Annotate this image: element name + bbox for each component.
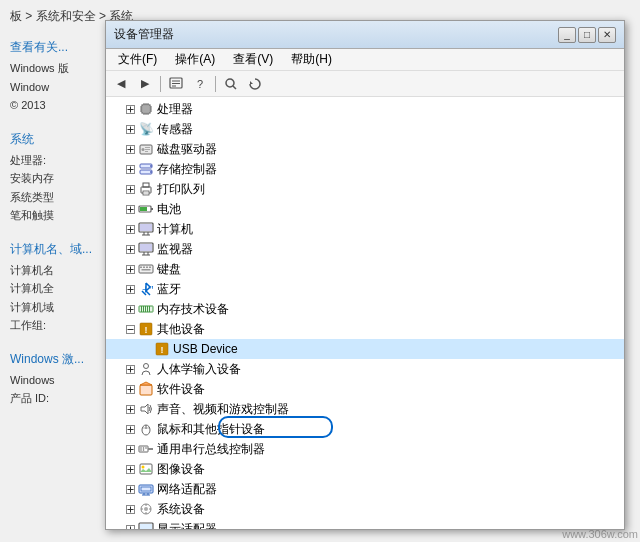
toolbar-separator-2: [215, 76, 216, 92]
tree-toggle[interactable]: [122, 141, 138, 157]
tree-item-disk[interactable]: 磁盘驱动器: [106, 139, 624, 159]
tree-label: 软件设备: [157, 381, 205, 398]
computer-icon: [138, 221, 154, 237]
tree-item-storage[interactable]: 存储控制器: [106, 159, 624, 179]
tree-item-bluetooth[interactable]: +" 蓝牙: [106, 279, 624, 299]
tree-item-other[interactable]: !其他设备: [106, 319, 624, 339]
svg-text:!: !: [145, 325, 148, 335]
menu-view[interactable]: 查看(V): [225, 49, 281, 70]
tree-item-serial[interactable]: 通用串行总线控制器: [106, 439, 624, 459]
svg-rect-121: [139, 446, 148, 452]
storage-icon: [138, 161, 154, 177]
svg-marker-111: [141, 404, 148, 414]
tree-toggle[interactable]: [122, 121, 138, 137]
svg-point-40: [150, 165, 152, 167]
menu-help[interactable]: 帮助(H): [283, 49, 340, 70]
menu-action[interactable]: 操作(A): [167, 49, 223, 70]
tree-toggle[interactable]: [122, 501, 138, 517]
tree-item-computer[interactable]: 计算机: [106, 219, 624, 239]
tree-toggle[interactable]: [122, 301, 138, 317]
close-button[interactable]: ✕: [598, 27, 616, 43]
tree-toggle[interactable]: [122, 321, 138, 337]
scan-button[interactable]: [220, 74, 242, 94]
toolbar: ◀ ▶ ?: [106, 71, 624, 97]
other-icon: !: [138, 321, 154, 337]
menu-file[interactable]: 文件(F): [110, 49, 165, 70]
tree-toggle[interactable]: [122, 261, 138, 277]
tree-item-cpu[interactable]: 处理器: [106, 99, 624, 119]
tree-item-keyboard[interactable]: 键盘: [106, 259, 624, 279]
svg-rect-154: [140, 524, 152, 529]
tree-toggle[interactable]: [122, 281, 138, 297]
soft-icon: [138, 381, 154, 397]
left-item-ram: 安装内存: [10, 170, 120, 187]
minimize-button[interactable]: _: [558, 27, 576, 43]
tree-item-human[interactable]: 人体学输入设备: [106, 359, 624, 379]
left-item-processor: 处理器:: [10, 152, 120, 169]
forward-button[interactable]: ▶: [134, 74, 156, 94]
tree-label: 网络适配器: [157, 481, 217, 498]
tree-item-monitor[interactable]: 监视器: [106, 239, 624, 259]
refresh-button[interactable]: [244, 74, 266, 94]
svg-point-132: [142, 466, 145, 469]
tree-toggle[interactable]: [122, 381, 138, 397]
tree-item-print[interactable]: 打印队列: [106, 179, 624, 199]
window-controls: _ □ ✕: [558, 27, 616, 43]
tree-label: 磁盘驱动器: [157, 141, 217, 158]
image-icon: [138, 461, 154, 477]
tree-toggle[interactable]: [122, 521, 138, 529]
svg-point-145: [144, 507, 148, 511]
tree-toggle[interactable]: [122, 461, 138, 477]
tree-item-memory[interactable]: 内存技术设备: [106, 299, 624, 319]
tree-item-battery[interactable]: 电池: [106, 199, 624, 219]
svg-point-124: [145, 447, 147, 449]
svg-rect-32: [145, 147, 150, 148]
tree-item-soft[interactable]: 软件设备: [106, 379, 624, 399]
left-section4: Windows 激...: [10, 350, 120, 368]
left-item-compdomain: 计算机域: [10, 299, 120, 316]
tree-toggle[interactable]: [122, 201, 138, 217]
svg-rect-75: [140, 267, 142, 269]
tree-label: 打印队列: [157, 181, 205, 198]
maximize-button[interactable]: □: [578, 27, 596, 43]
tree-toggle[interactable]: [122, 481, 138, 497]
keyboard-icon: [138, 261, 154, 277]
left-item-systype: 系统类型: [10, 189, 120, 206]
svg-rect-34: [145, 151, 148, 152]
device-tree: 处理器📡传感器磁盘驱动器存储控制器打印队列电池计算机监视器键盘+" 蓝牙内存技术…: [106, 97, 624, 529]
tree-toggle[interactable]: [138, 341, 154, 357]
tree-toggle[interactable]: [122, 241, 138, 257]
tree-toggle[interactable]: [122, 361, 138, 377]
left-item-workgroup: 工作组:: [10, 317, 120, 334]
tree-toggle[interactable]: [122, 401, 138, 417]
human-icon: [138, 361, 154, 377]
tree-toggle[interactable]: [122, 421, 138, 437]
display-icon: [138, 521, 154, 529]
tree-toggle[interactable]: [122, 161, 138, 177]
help-button[interactable]: ?: [189, 74, 211, 94]
tree-item-image[interactable]: 图像设备: [106, 459, 624, 479]
tree-toggle[interactable]: [122, 441, 138, 457]
tree-item-system[interactable]: 系统设备: [106, 499, 624, 519]
svg-point-125: [140, 449, 142, 451]
tree-toggle[interactable]: [122, 221, 138, 237]
left-item-windows-act: Windows: [10, 372, 120, 389]
tree-toggle[interactable]: [122, 181, 138, 197]
tree-item-sound[interactable]: 声音、视频和游戏控制器: [106, 399, 624, 419]
tree-item-network[interactable]: 网络适配器: [106, 479, 624, 499]
tree-item-display[interactable]: 显示适配器: [106, 519, 624, 529]
tree-label: 其他设备: [157, 321, 205, 338]
tree-item-sensor[interactable]: 📡传感器: [106, 119, 624, 139]
svg-rect-53: [151, 208, 153, 210]
tree-toggle[interactable]: [122, 101, 138, 117]
properties-button[interactable]: [165, 74, 187, 94]
tree-item-usb[interactable]: !USB Device: [106, 339, 624, 359]
svg-rect-33: [145, 149, 150, 150]
tree-label: 显示适配器: [157, 521, 217, 530]
tree-label: 电池: [157, 201, 181, 218]
back-button[interactable]: ◀: [110, 74, 132, 94]
tree-label: 监视器: [157, 241, 193, 258]
tree-label: 声音、视频和游戏控制器: [157, 401, 289, 418]
tree-item-mouse[interactable]: 鼠标和其他指针设备: [106, 419, 624, 439]
svg-rect-54: [140, 207, 147, 211]
